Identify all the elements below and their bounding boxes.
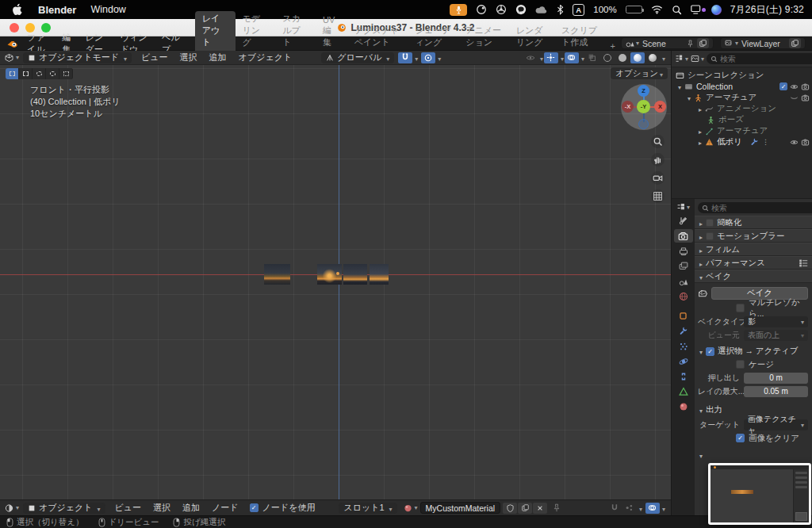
screenshot-thumbnail-overlay[interactable] (708, 463, 811, 525)
scene-browse-icon[interactable] (626, 40, 639, 48)
camera-view-icon[interactable] (651, 171, 665, 185)
pan-view-icon[interactable] (651, 153, 665, 166)
apple-logo-icon[interactable] (13, 3, 24, 16)
tab-scene-properties[interactable] (674, 274, 693, 288)
fake-user-shield-icon[interactable] (503, 503, 517, 514)
outliner-row-lowpoly-mesh[interactable]: 低ポリ ⋮ (672, 136, 812, 147)
outliner-search[interactable] (707, 53, 812, 64)
xray-toggle[interactable] (585, 52, 599, 63)
shader-menu-add[interactable]: 追加 (177, 502, 205, 514)
capture-app-icon[interactable] (476, 4, 487, 15)
disable-render-camera-icon[interactable] (801, 94, 810, 102)
proportional-dropdown-arrow[interactable] (436, 53, 441, 63)
vp-menu-select[interactable]: 選択 (174, 52, 203, 63)
shading-material-preview-button[interactable] (630, 52, 645, 63)
gizmo-dropdown-arrow[interactable] (559, 53, 564, 63)
tweak-select-button[interactable] (6, 68, 19, 79)
gizmo-z-ball[interactable]: Z (638, 85, 649, 97)
tab-uv-editing[interactable]: UV編集 (316, 13, 347, 51)
gizmo-neg-y-ball[interactable]: -Y (637, 100, 650, 113)
copy-material-icon[interactable] (518, 503, 532, 514)
disable-render-camera-icon[interactable] (801, 138, 810, 147)
tab-constraint-properties[interactable] (674, 369, 693, 383)
overlays-dropdown-arrow[interactable] (580, 53, 584, 63)
hide-eye-icon[interactable] (790, 82, 799, 91)
tab-output-properties[interactable] (674, 244, 693, 258)
panel-bake[interactable]: ベイク (695, 270, 812, 283)
show-object-types-arrow[interactable] (538, 53, 543, 63)
box-select-button[interactable] (19, 68, 33, 79)
tab-render-properties[interactable] (674, 229, 693, 243)
row-label[interactable]: アーマチュア (706, 92, 756, 103)
row-label[interactable]: 低ポリ (717, 136, 742, 147)
shader-overlays-arrow[interactable] (661, 503, 665, 513)
expand-icon[interactable] (699, 137, 702, 147)
tab-particle-properties[interactable] (674, 339, 693, 353)
hide-eye-icon[interactable] (790, 138, 799, 147)
shader-overlays-toggle[interactable] (645, 503, 660, 514)
gizmo-x-ball[interactable]: X (654, 101, 666, 113)
show-overlays-toggle[interactable] (565, 52, 579, 63)
browse-material-icon[interactable] (403, 503, 418, 513)
editor-type-shader-icon[interactable] (4, 503, 19, 513)
vp-menu-add[interactable]: 追加 (204, 52, 232, 63)
cloud-app-icon[interactable] (535, 5, 548, 14)
eye-closed-icon[interactable] (790, 94, 799, 102)
expand-icon[interactable] (699, 126, 702, 136)
material-slot-selector[interactable]: スロット1 (339, 503, 396, 514)
microphone-in-use-icon[interactable] (450, 4, 467, 16)
vp-menu-object[interactable]: オブジェクト (233, 52, 298, 63)
expand-icon[interactable] (699, 104, 702, 113)
shader-menu-view[interactable]: ビュー (109, 502, 147, 514)
simplify-checkbox[interactable] (706, 219, 714, 227)
collection-checkbox[interactable] (779, 82, 787, 90)
tab-animation[interactable]: アニメーション (458, 23, 509, 51)
row-label[interactable]: Collection (696, 82, 733, 91)
tab-object-data-properties[interactable] (674, 385, 693, 398)
extrusion-field[interactable]: 0 m (744, 373, 808, 384)
mode-selector[interactable]: オブジェクトモード (23, 52, 132, 63)
show-gizmo-toggle[interactable] (544, 52, 558, 63)
shader-type-selector[interactable]: オブジェクト (23, 503, 105, 514)
subpanel-selected-to-active[interactable]: 選択物 → アクティブ (699, 346, 808, 357)
tab-layout[interactable]: レイアウト (195, 11, 236, 51)
mesh-object-texture-strip[interactable] (264, 264, 389, 285)
tab-tool-properties[interactable] (674, 214, 693, 228)
shading-solid-button[interactable] (615, 52, 630, 63)
expand-icon[interactable] (688, 93, 691, 102)
input-source-icon[interactable]: A (573, 4, 584, 16)
tab-modeling[interactable]: モデリング (236, 11, 276, 51)
menubar-app-name[interactable]: Blender (38, 4, 76, 16)
add-workspace-button[interactable]: + (605, 41, 621, 51)
wifi-icon[interactable] (651, 5, 663, 14)
viewlayer-name[interactable]: ViewLayer (741, 39, 786, 48)
material-name[interactable]: MyCustomMaterial (426, 503, 496, 513)
panel-motion-blur[interactable]: モーションブラー (695, 229, 812, 243)
tab-texture-paint[interactable]: テクスチャペイント (347, 23, 408, 51)
menubar-datetime[interactable]: 7月26日(土) 9:32 (730, 3, 804, 17)
row-label[interactable]: アーマチュア (717, 125, 768, 136)
gizmo-neg-z-ball[interactable] (638, 119, 649, 129)
outliner-row-animation[interactable]: アニメーション (672, 103, 812, 114)
blender-logo-icon[interactable] (6, 39, 18, 48)
from-multires-checkbox[interactable] (736, 304, 745, 312)
viewlayer-browse-icon[interactable] (725, 40, 738, 48)
tab-viewlayer-properties[interactable] (674, 259, 693, 273)
3d-viewport[interactable]: フロント・平行投影 (40) Collection | 低ポリ 10センチメート… (0, 65, 671, 499)
snap-toggle[interactable] (398, 52, 412, 63)
shading-wireframe-button[interactable] (600, 52, 615, 63)
new-viewlayer-button[interactable] (789, 38, 801, 48)
properties-search-input[interactable] (711, 204, 812, 212)
row-label[interactable]: ポーズ (718, 114, 744, 125)
panel-film[interactable]: フィルム (695, 243, 812, 256)
battery-icon[interactable] (626, 6, 642, 13)
row-label[interactable]: シーンコレクション (688, 70, 764, 81)
circle-select-button[interactable] (33, 68, 46, 79)
cage-checkbox[interactable] (736, 360, 745, 369)
expand-icon[interactable] (678, 82, 681, 91)
transform-orientation-selector[interactable]: グローバル (321, 52, 394, 63)
spotlight-search-icon[interactable] (672, 5, 682, 15)
disable-render-camera-icon[interactable] (801, 82, 810, 91)
tab-material-properties[interactable] (674, 400, 693, 413)
scene-selector[interactable]: Scene (621, 37, 714, 49)
